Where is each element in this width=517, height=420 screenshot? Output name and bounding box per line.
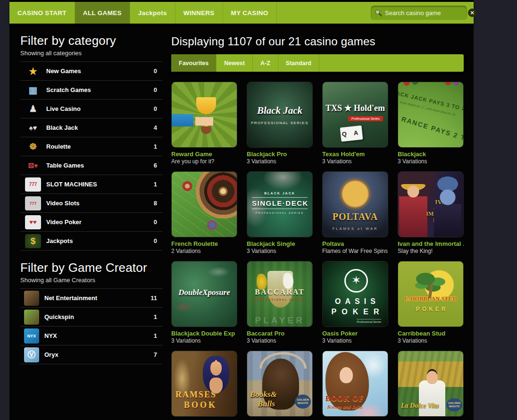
game-card-carribbean-stud: CARIBBEAN STUDPOKER Carribbean Stud 3 Va… (398, 261, 464, 344)
game-thumbnail[interactable]: BOOK OFRomeo and Julia (322, 351, 388, 417)
art-text: POLTAVA (323, 211, 388, 222)
sort-tab-newest[interactable]: Newest (217, 54, 253, 72)
art-text: POKER (398, 306, 463, 312)
sort-tab-favourites[interactable]: Favourites (171, 54, 217, 72)
nav-tab-all-games[interactable]: ALL GAMES (75, 2, 130, 24)
game-thumbnail[interactable]: BLACK JACKSINGLE·DECKPROFESSIONAL SERIES (247, 171, 313, 237)
nav-tab-label: WINNERS (183, 9, 215, 17)
content-area: CASINO STARTALL GAMESJackpotsWINNERSMY C… (9, 0, 474, 420)
game-subtitle: Are you up for it? (171, 158, 237, 165)
game-title[interactable]: Reward Game (171, 151, 237, 158)
game-title[interactable]: Ivan and the Immortal ... (398, 240, 464, 247)
filter-item-slot-machines[interactable]: 777 SLOT MACHINES 1 (20, 175, 163, 194)
scratch-games-icon: ▦ (25, 83, 41, 97)
game-title[interactable]: Carribbean Stud (398, 330, 464, 337)
art-text: PROFESSIONAL SERIES (247, 298, 312, 301)
filter-item-nyx[interactable]: NYX NYX 1 (20, 327, 163, 345)
nav-tab-jackpots[interactable]: Jackpots (130, 2, 175, 24)
filter-item-video-slots[interactable]: 777 Video Slots 8 (20, 194, 163, 213)
game-card-reward-game: Reward Game Are you up for it? (171, 82, 237, 165)
game-title[interactable]: Blackjack Double Exp (171, 330, 237, 337)
game-title[interactable]: Baccarat Pro (247, 330, 313, 337)
art-text: Bulls (258, 399, 275, 409)
clear-search-icon[interactable]: ✕ (468, 8, 476, 17)
game-subtitle: 3 Variations (322, 337, 388, 344)
filter-item-count: 0 (154, 67, 157, 75)
filter-item-scratch-games[interactable]: ▦ Scratch Games 0 (20, 81, 163, 100)
jackpots-icon: $ (25, 234, 41, 248)
filter-item-label: Live Casino (46, 105, 154, 112)
filter-item-black-jack[interactable]: ♠♥ Black Jack 4 (20, 118, 163, 137)
game-thumbnail[interactable]: Books&BullsGOLDEN NIGHTS (247, 351, 313, 417)
game-thumbnail[interactable] (171, 82, 237, 148)
filter-item-label: Oryx (44, 351, 154, 358)
nav-tab-winners[interactable]: WINNERS (175, 2, 223, 24)
filter-item-quickspin[interactable]: Quickspin 1 (20, 308, 163, 327)
filter-item-count: 0 (154, 86, 157, 93)
game-subtitle: Flames of War Free Spins (322, 248, 388, 254)
game-title[interactable]: Blackjack (398, 151, 464, 158)
game-card-texas-hold-em: TXS ★ Hold'emProfessional Series Texas H… (322, 82, 388, 165)
game-title[interactable]: Blackjack Pro (247, 151, 313, 158)
art-text: IVAN (435, 199, 451, 207)
game-thumbnail[interactable]: IVANAND THEIMMORTALKING (398, 171, 464, 237)
game-title[interactable]: Oasis Poker (322, 330, 388, 337)
game-thumbnail[interactable]: OASISPOKERProfessional Series (322, 261, 388, 327)
nav-tab-label: Jackpots (138, 9, 167, 17)
top-nav: CASINO STARTALL GAMESJackpotsWINNERSMY C… (9, 2, 474, 24)
game-title[interactable]: Poltava (322, 240, 388, 247)
game-thumbnail[interactable]: TXS ★ Hold'emProfessional Series (322, 82, 388, 148)
filter-item-roulette[interactable]: ☸ Roulette 1 (20, 137, 163, 156)
casino-page: CASINO STARTALL GAMESJackpotsWINNERSMY C… (0, 0, 517, 420)
art-text: RAMSES (175, 390, 217, 400)
filter-item-table-games[interactable]: ⚄♥ Table Games 6 (20, 156, 163, 175)
game-thumbnail[interactable]: DoubleXposure (171, 261, 237, 327)
game-subtitle: 3 Variations (247, 337, 313, 344)
nav-tab-my-casino[interactable]: MY CASINO (223, 2, 277, 24)
game-thumbnail[interactable]: ACK JACK PAYS 3 TO 2must stand on 17, an… (398, 82, 464, 148)
filter-item-oryx[interactable]: Ⓥ Oryx 7 (20, 345, 163, 364)
filter-item-count: 1 (154, 181, 157, 188)
game-thumbnail[interactable]: POLTAVAFLAMES of WAR (322, 171, 388, 237)
game-card-blackjack-double-exp: DoubleXposure Blackjack Double Exp 3 Var… (171, 261, 237, 344)
filter-item-label: SLOT MACHINES (46, 181, 154, 188)
filter-item-count: 8 (154, 200, 157, 207)
nav-tab-casino-start[interactable]: CASINO START (9, 2, 75, 24)
game-thumbnail[interactable]: CARIBBEAN STUDPOKER (398, 261, 464, 327)
game-title[interactable]: Texas Hold'em (322, 151, 388, 158)
game-thumbnail[interactable] (171, 171, 237, 237)
game-title[interactable]: Blackjack Single (247, 240, 313, 247)
filter-item-video-poker[interactable]: ♥♥ Video Poker 0 (20, 213, 163, 232)
filter-item-count: 7 (154, 351, 157, 358)
game-thumbnail[interactable]: Black JackProfessional Series (247, 82, 313, 148)
sort-tab-label: Standard (286, 60, 311, 67)
art-text: PLAYER (247, 315, 312, 326)
filter-item-new-games[interactable]: ★ New Games 0 (20, 62, 163, 81)
filter-item-net-entertainment[interactable]: Net Entertainment 11 (20, 289, 163, 308)
nav-tab-label: MY CASINO (231, 9, 268, 17)
filter-item-live-casino[interactable]: ♟ Live Casino 0 (20, 100, 163, 118)
art-text: Romeo and Julia (327, 404, 363, 410)
game-thumbnail[interactable]: La Dolce VitaGOLDEN NIGHTS (398, 351, 464, 417)
game-subtitle: Slay the King! (398, 248, 464, 254)
sort-tab-label: Favourites (179, 60, 208, 67)
filter-item-jackpots[interactable]: $ Jackpots 0 (20, 232, 163, 251)
search-input[interactable] (382, 9, 468, 17)
art-text: BLACK JACK (247, 192, 312, 195)
filter-item-count: 0 (154, 237, 157, 244)
game-subtitle: 3 Variations (398, 337, 464, 344)
sort-tab-standard[interactable]: Standard (278, 54, 319, 72)
art-text: SINGLE·DECK (252, 197, 308, 209)
game-card-blackjack-single: BLACK JACKSINGLE·DECKPROFESSIONAL SERIES… (247, 171, 313, 254)
sidebar: Filter by category Showing all categorie… (20, 24, 163, 420)
quickspin-icon (24, 310, 39, 325)
art-text: KING (433, 217, 448, 224)
game-thumbnail[interactable]: RAMSESBOOK (171, 351, 237, 417)
nav-spacer (277, 2, 371, 24)
sort-tab-a-z[interactable]: A-Z (253, 54, 278, 72)
game-thumbnail[interactable]: BACCARATPROFESSIONAL SERIESPLAYER (247, 261, 313, 327)
game-title[interactable]: French Roulette (171, 240, 237, 247)
roulette-icon: ☸ (25, 140, 41, 154)
art-text: Black Jack (247, 105, 312, 117)
game-card-baccarat-pro: BACCARATPROFESSIONAL SERIESPLAYER Baccar… (247, 261, 313, 344)
